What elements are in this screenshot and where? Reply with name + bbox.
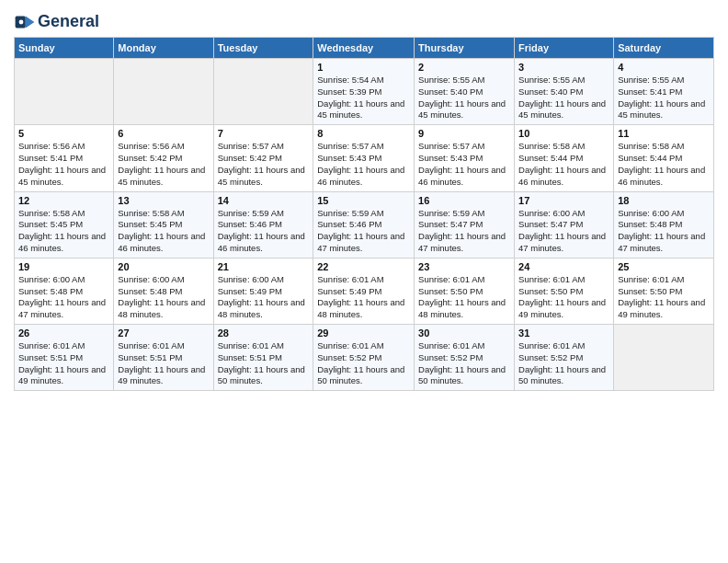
day-number: 15 bbox=[317, 195, 410, 206]
calendar-cell: 21Sunrise: 6:00 AM Sunset: 5:49 PM Dayli… bbox=[213, 258, 313, 324]
day-number: 21 bbox=[218, 261, 310, 272]
day-number: 18 bbox=[618, 195, 710, 206]
calendar-cell: 26Sunrise: 6:01 AM Sunset: 5:51 PM Dayli… bbox=[15, 325, 114, 391]
day-info: Sunrise: 5:57 AM Sunset: 5:43 PM Dayligh… bbox=[317, 141, 410, 188]
calendar-cell: 30Sunrise: 6:01 AM Sunset: 5:52 PM Dayli… bbox=[415, 325, 515, 391]
day-info: Sunrise: 5:59 AM Sunset: 5:47 PM Dayligh… bbox=[418, 208, 510, 255]
calendar-cell: 14Sunrise: 5:59 AM Sunset: 5:46 PM Dayli… bbox=[213, 191, 313, 258]
calendar-cell: 20Sunrise: 6:00 AM Sunset: 5:48 PM Dayli… bbox=[114, 258, 213, 324]
day-info: Sunrise: 5:56 AM Sunset: 5:42 PM Dayligh… bbox=[118, 141, 209, 188]
calendar-cell: 15Sunrise: 5:59 AM Sunset: 5:46 PM Dayli… bbox=[313, 191, 415, 258]
logo-icon bbox=[14, 13, 36, 31]
day-info: Sunrise: 5:58 AM Sunset: 5:44 PM Dayligh… bbox=[518, 141, 609, 188]
logo: General bbox=[14, 13, 99, 31]
calendar-cell: 8Sunrise: 5:57 AM Sunset: 5:43 PM Daylig… bbox=[313, 125, 415, 191]
calendar-cell: 7Sunrise: 5:57 AM Sunset: 5:42 PM Daylig… bbox=[213, 125, 313, 191]
day-info: Sunrise: 6:01 AM Sunset: 5:49 PM Dayligh… bbox=[317, 274, 410, 321]
day-number: 17 bbox=[518, 195, 609, 206]
calendar-week-row: 19Sunrise: 6:00 AM Sunset: 5:48 PM Dayli… bbox=[15, 258, 714, 324]
calendar-cell: 11Sunrise: 5:58 AM Sunset: 5:44 PM Dayli… bbox=[614, 125, 714, 191]
day-info: Sunrise: 6:01 AM Sunset: 5:51 PM Dayligh… bbox=[18, 340, 109, 387]
calendar-cell: 2Sunrise: 5:55 AM Sunset: 5:40 PM Daylig… bbox=[415, 59, 515, 125]
day-info: Sunrise: 6:00 AM Sunset: 5:48 PM Dayligh… bbox=[618, 208, 710, 255]
day-number: 25 bbox=[618, 261, 710, 272]
day-info: Sunrise: 6:00 AM Sunset: 5:48 PM Dayligh… bbox=[118, 274, 209, 321]
day-info: Sunrise: 6:01 AM Sunset: 5:50 PM Dayligh… bbox=[618, 274, 710, 321]
day-info: Sunrise: 5:58 AM Sunset: 5:44 PM Dayligh… bbox=[618, 141, 710, 188]
day-info: Sunrise: 5:58 AM Sunset: 5:45 PM Dayligh… bbox=[118, 208, 209, 255]
svg-point-2 bbox=[19, 20, 24, 25]
day-info: Sunrise: 5:57 AM Sunset: 5:43 PM Dayligh… bbox=[418, 141, 510, 188]
day-info: Sunrise: 6:01 AM Sunset: 5:50 PM Dayligh… bbox=[518, 274, 609, 321]
calendar-cell: 27Sunrise: 6:01 AM Sunset: 5:51 PM Dayli… bbox=[114, 325, 213, 391]
day-number: 29 bbox=[317, 327, 410, 339]
calendar-cell: 9Sunrise: 5:57 AM Sunset: 5:43 PM Daylig… bbox=[415, 125, 515, 191]
day-number: 2 bbox=[418, 62, 510, 73]
day-info: Sunrise: 5:54 AM Sunset: 5:39 PM Dayligh… bbox=[317, 75, 410, 121]
calendar-cell: 18Sunrise: 6:00 AM Sunset: 5:48 PM Dayli… bbox=[614, 191, 714, 258]
weekday-header-sunday: Sunday bbox=[15, 38, 114, 59]
calendar-cell: 3Sunrise: 5:55 AM Sunset: 5:40 PM Daylig… bbox=[515, 59, 614, 125]
calendar-cell bbox=[114, 59, 213, 125]
day-number: 30 bbox=[418, 327, 510, 339]
day-number: 14 bbox=[218, 195, 310, 206]
calendar-cell: 13Sunrise: 5:58 AM Sunset: 5:45 PM Dayli… bbox=[114, 191, 213, 258]
day-number: 20 bbox=[118, 261, 209, 272]
day-info: Sunrise: 5:57 AM Sunset: 5:42 PM Dayligh… bbox=[218, 141, 310, 188]
day-number: 11 bbox=[618, 128, 710, 139]
day-number: 22 bbox=[317, 261, 410, 272]
day-number: 31 bbox=[518, 327, 609, 339]
weekday-header-friday: Friday bbox=[515, 38, 614, 59]
day-number: 6 bbox=[118, 128, 209, 139]
calendar-cell: 6Sunrise: 5:56 AM Sunset: 5:42 PM Daylig… bbox=[114, 125, 213, 191]
calendar-cell: 31Sunrise: 6:01 AM Sunset: 5:52 PM Dayli… bbox=[515, 325, 614, 391]
calendar-cell: 16Sunrise: 5:59 AM Sunset: 5:47 PM Dayli… bbox=[415, 191, 515, 258]
day-info: Sunrise: 5:58 AM Sunset: 5:45 PM Dayligh… bbox=[18, 208, 109, 255]
day-number: 12 bbox=[18, 195, 109, 206]
calendar-week-row: 1Sunrise: 5:54 AM Sunset: 5:39 PM Daylig… bbox=[15, 59, 714, 125]
day-number: 7 bbox=[218, 128, 310, 139]
day-info: Sunrise: 5:56 AM Sunset: 5:41 PM Dayligh… bbox=[18, 141, 109, 188]
day-info: Sunrise: 6:01 AM Sunset: 5:50 PM Dayligh… bbox=[418, 274, 510, 321]
svg-marker-1 bbox=[26, 17, 35, 29]
calendar-cell: 17Sunrise: 6:00 AM Sunset: 5:47 PM Dayli… bbox=[515, 191, 614, 258]
weekday-header-thursday: Thursday bbox=[415, 38, 515, 59]
day-info: Sunrise: 6:01 AM Sunset: 5:52 PM Dayligh… bbox=[317, 340, 410, 387]
day-info: Sunrise: 6:00 AM Sunset: 5:48 PM Dayligh… bbox=[18, 274, 109, 321]
day-number: 5 bbox=[18, 128, 109, 139]
day-number: 23 bbox=[418, 261, 510, 272]
calendar-week-row: 12Sunrise: 5:58 AM Sunset: 5:45 PM Dayli… bbox=[15, 191, 714, 258]
weekday-header-saturday: Saturday bbox=[614, 38, 714, 59]
calendar-cell: 1Sunrise: 5:54 AM Sunset: 5:39 PM Daylig… bbox=[313, 59, 415, 125]
calendar-cell: 10Sunrise: 5:58 AM Sunset: 5:44 PM Dayli… bbox=[515, 125, 614, 191]
calendar-cell: 22Sunrise: 6:01 AM Sunset: 5:49 PM Dayli… bbox=[313, 258, 415, 324]
calendar-cell bbox=[15, 59, 114, 125]
calendar-cell: 23Sunrise: 6:01 AM Sunset: 5:50 PM Dayli… bbox=[415, 258, 515, 324]
day-number: 19 bbox=[18, 261, 109, 272]
day-info: Sunrise: 6:00 AM Sunset: 5:47 PM Dayligh… bbox=[518, 208, 609, 255]
calendar-cell: 25Sunrise: 6:01 AM Sunset: 5:50 PM Dayli… bbox=[614, 258, 714, 324]
day-info: Sunrise: 5:55 AM Sunset: 5:41 PM Dayligh… bbox=[618, 75, 710, 121]
day-number: 27 bbox=[118, 327, 209, 339]
calendar-cell: 4Sunrise: 5:55 AM Sunset: 5:41 PM Daylig… bbox=[614, 59, 714, 125]
day-info: Sunrise: 5:59 AM Sunset: 5:46 PM Dayligh… bbox=[218, 208, 310, 255]
calendar-cell bbox=[213, 59, 313, 125]
day-info: Sunrise: 5:55 AM Sunset: 5:40 PM Dayligh… bbox=[518, 75, 609, 121]
calendar-cell: 19Sunrise: 6:00 AM Sunset: 5:48 PM Dayli… bbox=[15, 258, 114, 324]
day-number: 4 bbox=[618, 62, 710, 73]
calendar-week-row: 26Sunrise: 6:01 AM Sunset: 5:51 PM Dayli… bbox=[15, 325, 714, 391]
day-info: Sunrise: 6:01 AM Sunset: 5:51 PM Dayligh… bbox=[218, 340, 310, 387]
page-header: General bbox=[14, 9, 714, 31]
day-number: 1 bbox=[317, 62, 410, 73]
day-info: Sunrise: 5:55 AM Sunset: 5:40 PM Dayligh… bbox=[418, 75, 510, 121]
calendar-cell: 24Sunrise: 6:01 AM Sunset: 5:50 PM Dayli… bbox=[515, 258, 614, 324]
weekday-header-tuesday: Tuesday bbox=[213, 38, 313, 59]
day-number: 3 bbox=[518, 62, 609, 73]
day-info: Sunrise: 5:59 AM Sunset: 5:46 PM Dayligh… bbox=[317, 208, 410, 255]
day-number: 8 bbox=[317, 128, 410, 139]
logo-text: General bbox=[38, 13, 99, 31]
calendar-cell: 12Sunrise: 5:58 AM Sunset: 5:45 PM Dayli… bbox=[15, 191, 114, 258]
day-number: 13 bbox=[118, 195, 209, 206]
day-info: Sunrise: 6:01 AM Sunset: 5:52 PM Dayligh… bbox=[518, 340, 609, 387]
calendar-week-row: 5Sunrise: 5:56 AM Sunset: 5:41 PM Daylig… bbox=[15, 125, 714, 191]
